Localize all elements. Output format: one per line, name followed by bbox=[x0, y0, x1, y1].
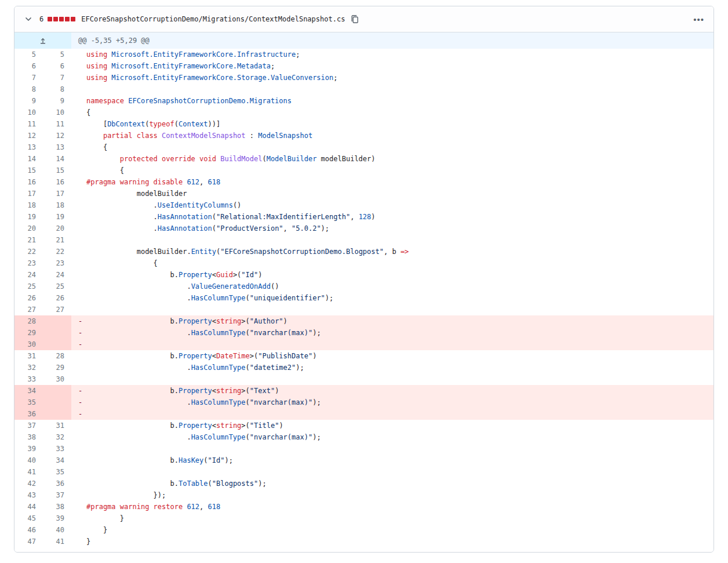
old-line-number[interactable]: 43 bbox=[14, 489, 43, 501]
diff-marker bbox=[78, 176, 86, 188]
new-line-number[interactable] bbox=[43, 397, 71, 408]
old-line-number[interactable]: 16 bbox=[14, 176, 43, 188]
file-path[interactable]: EFCoreSnapshotCorruptionDemo/Migrations/… bbox=[81, 15, 345, 23]
new-line-number[interactable]: 24 bbox=[43, 269, 71, 281]
old-line-number[interactable]: 8 bbox=[14, 83, 43, 95]
old-line-number[interactable]: 25 bbox=[14, 281, 43, 292]
old-line-number[interactable]: 39 bbox=[14, 443, 43, 455]
old-line-number[interactable]: 20 bbox=[14, 223, 43, 234]
old-line-number[interactable]: 37 bbox=[14, 420, 43, 431]
new-line-number[interactable] bbox=[43, 315, 71, 327]
old-line-number[interactable]: 7 bbox=[14, 72, 43, 83]
new-line-number[interactable]: 11 bbox=[43, 118, 71, 130]
new-line-number[interactable]: 33 bbox=[43, 443, 71, 455]
old-line-number[interactable]: 35 bbox=[14, 397, 43, 408]
code-token: ; bbox=[271, 62, 275, 70]
old-line-number[interactable]: 9 bbox=[14, 95, 43, 107]
new-line-number[interactable]: 22 bbox=[43, 246, 71, 257]
old-line-number[interactable]: 46 bbox=[14, 524, 43, 536]
old-line-number[interactable]: 31 bbox=[14, 350, 43, 362]
old-line-number[interactable]: 29 bbox=[14, 327, 43, 339]
old-line-number[interactable]: 45 bbox=[14, 513, 43, 524]
old-line-number[interactable]: 40 bbox=[14, 455, 43, 466]
copy-path-button[interactable] bbox=[350, 14, 359, 24]
code-token: b. bbox=[86, 456, 179, 464]
old-line-number[interactable]: 22 bbox=[14, 246, 43, 257]
old-line-number[interactable]: 17 bbox=[14, 188, 43, 199]
old-line-number[interactable]: 14 bbox=[14, 153, 43, 165]
new-line-number[interactable]: 21 bbox=[43, 234, 71, 246]
old-line-number[interactable]: 6 bbox=[14, 60, 43, 72]
new-line-number[interactable]: 34 bbox=[43, 455, 71, 466]
new-line-number[interactable]: 7 bbox=[43, 72, 71, 83]
old-line-number[interactable]: 27 bbox=[14, 304, 43, 315]
old-line-number[interactable]: 28 bbox=[14, 315, 43, 327]
new-line-number[interactable]: 28 bbox=[43, 350, 71, 362]
new-line-number[interactable] bbox=[43, 339, 71, 350]
new-line-number[interactable]: 36 bbox=[43, 478, 71, 489]
new-line-number[interactable]: 12 bbox=[43, 130, 71, 141]
new-line-number[interactable]: 19 bbox=[43, 211, 71, 223]
old-line-number[interactable]: 26 bbox=[14, 292, 43, 304]
new-line-number[interactable]: 25 bbox=[43, 281, 71, 292]
old-line-number[interactable]: 41 bbox=[14, 466, 43, 478]
old-line-number[interactable]: 21 bbox=[14, 234, 43, 246]
old-line-number[interactable]: 47 bbox=[14, 536, 43, 547]
new-line-number[interactable] bbox=[43, 408, 71, 420]
new-line-number[interactable]: 17 bbox=[43, 188, 71, 199]
code-line: - b.Property<string>("Text") bbox=[71, 385, 714, 397]
old-line-number[interactable]: 42 bbox=[14, 478, 43, 489]
new-line-number[interactable]: 14 bbox=[43, 153, 71, 165]
new-line-number[interactable]: 38 bbox=[43, 501, 71, 513]
collapse-file-button[interactable] bbox=[23, 13, 34, 25]
code-token: "ProductVersion" bbox=[216, 224, 283, 233]
new-line-number[interactable]: 32 bbox=[43, 431, 71, 443]
new-line-number[interactable]: 13 bbox=[43, 141, 71, 153]
new-line-number[interactable]: 6 bbox=[43, 60, 71, 72]
old-line-number[interactable]: 19 bbox=[14, 211, 43, 223]
new-line-number[interactable]: 8 bbox=[43, 83, 71, 95]
old-line-number[interactable]: 12 bbox=[14, 130, 43, 141]
old-line-number[interactable]: 15 bbox=[14, 165, 43, 176]
new-line-number[interactable]: 9 bbox=[43, 95, 71, 107]
new-line-number[interactable]: 39 bbox=[43, 513, 71, 524]
new-line-number[interactable]: 5 bbox=[43, 49, 71, 60]
new-line-number[interactable]: 26 bbox=[43, 292, 71, 304]
new-line-number[interactable]: 30 bbox=[43, 373, 71, 385]
new-line-number[interactable] bbox=[43, 385, 71, 397]
old-line-number[interactable]: 32 bbox=[14, 362, 43, 373]
old-line-number[interactable]: 44 bbox=[14, 501, 43, 513]
kebab-menu-button[interactable]: ••• bbox=[693, 15, 704, 24]
new-line-number[interactable]: 31 bbox=[43, 420, 71, 431]
new-line-number[interactable]: 23 bbox=[43, 257, 71, 269]
old-line-number[interactable]: 18 bbox=[14, 199, 43, 211]
diff-marker bbox=[78, 420, 86, 431]
new-line-number[interactable]: 18 bbox=[43, 199, 71, 211]
new-line-number[interactable]: 15 bbox=[43, 165, 71, 176]
old-line-number[interactable]: 34 bbox=[14, 385, 43, 397]
new-line-number[interactable]: 40 bbox=[43, 524, 71, 536]
new-line-number[interactable]: 16 bbox=[43, 176, 71, 188]
code-line: } bbox=[71, 513, 714, 524]
new-line-number[interactable]: 41 bbox=[43, 536, 71, 547]
old-line-number[interactable]: 23 bbox=[14, 257, 43, 269]
code-token: ) bbox=[283, 317, 287, 325]
new-line-number[interactable]: 20 bbox=[43, 223, 71, 234]
old-line-number[interactable]: 33 bbox=[14, 373, 43, 385]
old-line-number[interactable]: 24 bbox=[14, 269, 43, 281]
code-token: 618 bbox=[208, 503, 221, 511]
expand-hunk-button[interactable] bbox=[14, 32, 71, 49]
old-line-number[interactable]: 13 bbox=[14, 141, 43, 153]
old-line-number[interactable]: 38 bbox=[14, 431, 43, 443]
old-line-number[interactable]: 36 bbox=[14, 408, 43, 420]
old-line-number[interactable]: 11 bbox=[14, 118, 43, 130]
old-line-number[interactable]: 10 bbox=[14, 107, 43, 118]
old-line-number[interactable]: 5 bbox=[14, 49, 43, 60]
new-line-number[interactable]: 37 bbox=[43, 489, 71, 501]
new-line-number[interactable]: 10 bbox=[43, 107, 71, 118]
new-line-number[interactable]: 27 bbox=[43, 304, 71, 315]
old-line-number[interactable]: 30 bbox=[14, 339, 43, 350]
new-line-number[interactable] bbox=[43, 327, 71, 339]
new-line-number[interactable]: 29 bbox=[43, 362, 71, 373]
new-line-number[interactable]: 35 bbox=[43, 466, 71, 478]
